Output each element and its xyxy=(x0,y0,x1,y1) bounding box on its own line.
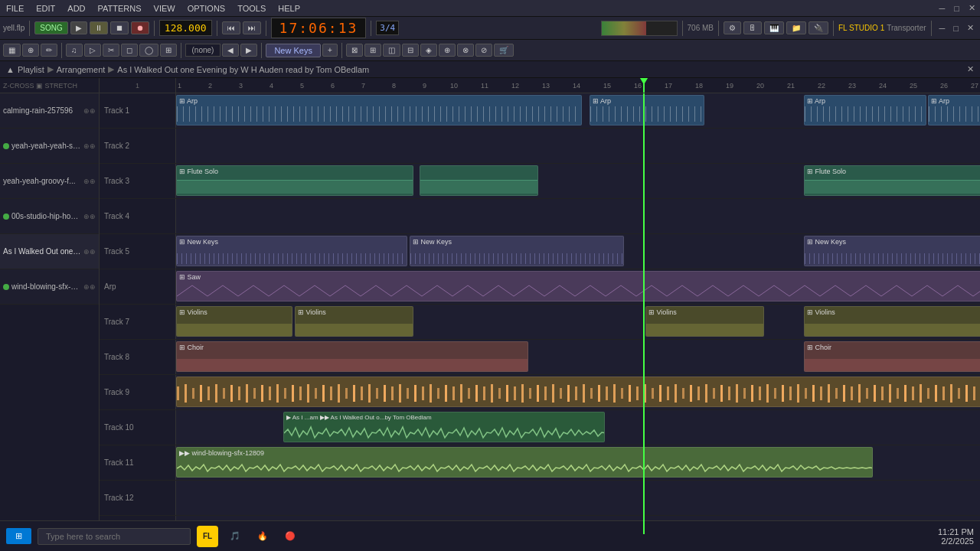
ff-button[interactable]: ⏭ xyxy=(243,21,261,34)
piano-roll-button[interactable]: 🎹 xyxy=(764,21,784,34)
clip-flute-1[interactable]: ⊞ Flute Solo xyxy=(176,165,413,196)
new-pattern-add-btn[interactable]: + xyxy=(322,44,338,57)
track-item-walked[interactable]: As I Walked Out one E... ⊕⊕ xyxy=(0,234,99,269)
clip-wind-1[interactable]: ▶▶ wind-blowing-sfx-12809 xyxy=(176,447,873,478)
select-btn[interactable]: ▷ xyxy=(84,44,101,57)
song-mode-button[interactable]: SONG xyxy=(34,21,67,34)
menu-help[interactable]: HELP xyxy=(272,2,306,15)
playlist-view-btn[interactable]: ▦ xyxy=(3,44,21,57)
clip-violins-4[interactable]: ⊞ Violins xyxy=(804,306,980,337)
magnet-btn[interactable]: ⊕ xyxy=(22,44,39,57)
taskbar-app-icon-2[interactable]: 🔥 xyxy=(252,526,273,547)
clip-saw-1[interactable]: ⊞ Saw xyxy=(176,271,980,302)
menu-tools[interactable]: TOOLS xyxy=(231,2,272,15)
track-content-11[interactable]: ▶▶ wind-blowing-sfx-12809 xyxy=(176,445,980,480)
track-item-calming[interactable]: calming-rain-257596 ⊕⊕ xyxy=(0,93,99,129)
clip-arp-1[interactable]: ⊞ Arp xyxy=(176,95,582,126)
clip-choir-1[interactable]: ⊞ Choir xyxy=(176,341,528,372)
menu-add[interactable]: ADD xyxy=(61,2,91,15)
record-button[interactable]: ⏺ xyxy=(131,21,149,34)
menu-patterns[interactable]: PATTERNS xyxy=(92,2,148,15)
track-content-9[interactable] xyxy=(176,375,980,409)
zoom-btn[interactable]: ⊞ xyxy=(160,44,177,57)
pattern-nav-right[interactable]: ▶ xyxy=(240,44,257,57)
taskbar-app-icon-3[interactable]: 🔴 xyxy=(279,526,301,547)
menu-edit[interactable]: EDIT xyxy=(30,2,61,15)
playlist-nav-up[interactable]: ▲ xyxy=(6,65,15,74)
clip-arp-4[interactable]: ⊞ Arp xyxy=(928,95,980,126)
track-content-7[interactable]: ⊞ Violins ⊞ Violins ⊞ Violins ⊞ Violins xyxy=(176,305,980,339)
taskbar-app-icon-1[interactable]: 🎵 xyxy=(224,526,246,547)
clip-perc-1[interactable] xyxy=(176,377,980,407)
browser-button[interactable]: 📁 xyxy=(786,21,806,34)
window-maximize-icon[interactable]: □ xyxy=(949,4,964,13)
track-content-4[interactable] xyxy=(176,199,980,233)
menu-file[interactable]: FILE xyxy=(0,2,30,15)
bpm-display[interactable]: 128.000 xyxy=(159,20,212,36)
taskbar-fl-studio-icon[interactable]: FL xyxy=(197,526,218,547)
breadcrumb-arrangement[interactable]: Arrangement xyxy=(57,65,106,74)
mix-btn2[interactable]: ⊞ xyxy=(364,44,381,57)
sub-maximize-icon[interactable]: □ xyxy=(950,24,962,33)
pause-button[interactable]: ⏸ xyxy=(90,21,108,34)
track-item-00s[interactable]: 00s-studio-hip-hop-... ⊕⊕ xyxy=(0,199,99,234)
mixer-button[interactable]: 🎚 xyxy=(743,21,762,34)
window-minimize-icon[interactable]: ─ xyxy=(935,4,950,13)
menu-view[interactable]: VIEW xyxy=(148,2,181,15)
clip-newkeys-3[interactable]: ⊞ New Keys xyxy=(804,236,980,266)
window-close-icon[interactable]: ✕ xyxy=(964,3,980,13)
ruler-area[interactable]: 1 2 3 4 5 6 7 8 9 10 11 12 13 14 15 16 1 xyxy=(176,78,980,93)
track-content-2[interactable] xyxy=(176,129,980,163)
mix-btn7[interactable]: ⊗ xyxy=(457,44,474,57)
start-button[interactable]: ⊞ xyxy=(6,528,31,544)
track-content-5[interactable]: ⊞ New Keys ⊞ New Keys ⊞ New Keys xyxy=(176,234,980,269)
taskbar-search-input[interactable] xyxy=(38,528,191,545)
mix-btn9[interactable]: 🛒 xyxy=(494,44,514,57)
clip-violins-2[interactable]: ⊞ Violins xyxy=(295,306,413,337)
track-content-arp[interactable]: ⊞ Saw xyxy=(176,269,980,304)
clip-newkeys-2[interactable]: ⊞ New Keys xyxy=(410,236,624,266)
clip-newkeys-1[interactable]: ⊞ New Keys xyxy=(176,236,407,266)
cpu-button[interactable]: ⚙ xyxy=(724,21,741,34)
breadcrumb-playlist[interactable]: Playlist xyxy=(18,65,44,74)
cut-btn[interactable]: ✂ xyxy=(103,44,119,57)
track-item-yeah2[interactable]: yeah-yeah-groovy-f... ⊕⊕ xyxy=(0,164,99,199)
sub-minimize-icon[interactable]: ─ xyxy=(936,24,949,33)
track-content-10[interactable]: ▶ As I ...am ▶▶ As I Walked Out o...by T… xyxy=(176,410,980,445)
clip-arp-2[interactable]: ⊞ Arp xyxy=(590,95,704,126)
clip-flute-2[interactable] xyxy=(420,165,538,196)
pattern-none[interactable]: (none) xyxy=(185,44,221,57)
new-keys-button[interactable]: New Keys xyxy=(266,44,321,57)
play-button[interactable]: ▶ xyxy=(70,21,87,34)
track-content-8[interactable]: ⊞ Choir ⊞ Choir xyxy=(176,340,980,374)
clip-flute-3[interactable]: ⊞ Flute Solo xyxy=(804,165,980,196)
timeline-header[interactable]: 1 1 2 3 4 5 6 7 8 9 10 11 xyxy=(100,78,980,93)
clip-violins-1[interactable]: ⊞ Violins xyxy=(176,306,292,337)
rewind-button[interactable]: ⏮ xyxy=(222,21,240,34)
erase-btn[interactable]: ◻ xyxy=(121,44,138,57)
track-content-12[interactable] xyxy=(176,481,980,515)
clip-audio-walked[interactable]: ▶ As I ...am ▶▶ As I Walked Out o...by T… xyxy=(283,412,605,442)
mix-btn5[interactable]: ◈ xyxy=(420,44,437,57)
close-playlist-icon[interactable]: ✕ xyxy=(967,64,974,74)
clip-violins-3[interactable]: ⊞ Violins xyxy=(645,306,764,337)
track-item-wind[interactable]: wind-blowing-sfx-1... ⊕⊕ xyxy=(0,269,99,305)
mix-btn3[interactable]: ◫ xyxy=(383,44,400,57)
mix-btn4[interactable]: ⊟ xyxy=(402,44,419,57)
clip-choir-2[interactable]: ⊞ Choir xyxy=(804,341,980,372)
audio-btn[interactable]: ♫ xyxy=(66,44,83,57)
mix-btn1[interactable]: ⊠ xyxy=(346,44,363,57)
menu-options[interactable]: OPTIONS xyxy=(181,2,232,15)
mix-btn8[interactable]: ⊘ xyxy=(475,44,492,57)
stop-button[interactable]: ⏹ xyxy=(110,21,129,34)
mute-btn[interactable]: ◯ xyxy=(139,44,158,57)
plugin-button[interactable]: 🔌 xyxy=(808,21,828,34)
draw-btn[interactable]: ✏ xyxy=(41,44,57,57)
track-content-3[interactable]: ⊞ Flute Solo ⊞ Flute Solo xyxy=(176,164,980,198)
sub-close-icon[interactable]: ✕ xyxy=(964,23,977,33)
mix-btn6[interactable]: ⊕ xyxy=(439,44,456,57)
pattern-nav-left[interactable]: ◀ xyxy=(222,44,239,57)
track-item-yeah1[interactable]: yeah-yeah-yeah-sou... ⊕⊕ xyxy=(0,129,99,164)
track-content-1[interactable]: ⊞ Arp ⊞ Arp ⊞ Arp ⊞ Arp xyxy=(176,93,980,128)
clip-arp-3[interactable]: ⊞ Arp xyxy=(804,95,926,126)
